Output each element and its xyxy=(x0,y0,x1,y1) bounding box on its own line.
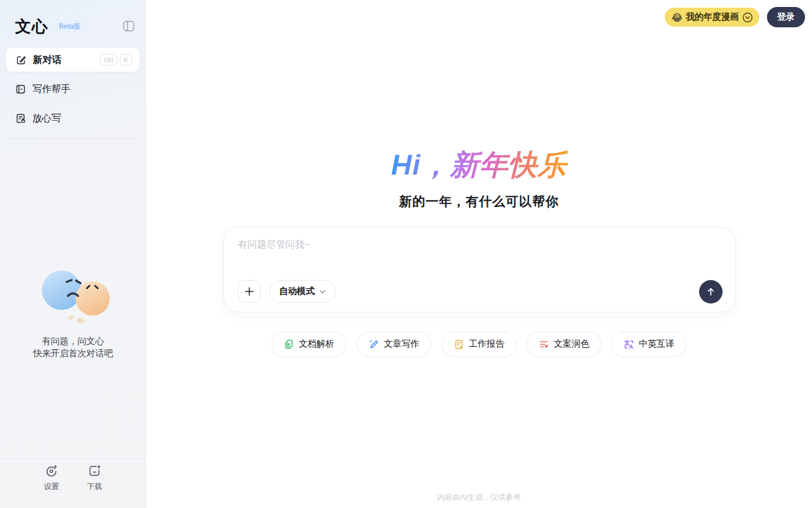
article-write-icon xyxy=(369,339,379,350)
sidebar: 文心 Beta版 新对话 ctrl K 写作帮手 放心写 xyxy=(0,0,146,508)
yearly-comic-button[interactable]: 😂 我的年度漫画 xyxy=(665,8,759,27)
app-logo: 文心 xyxy=(15,16,48,37)
copy-polish-icon xyxy=(539,339,549,350)
translate-icon: 文A xyxy=(624,339,634,350)
composer-tools: 自动模式 xyxy=(238,280,336,303)
settings-button[interactable]: 设置 xyxy=(44,464,59,492)
logo-row: 文心 Beta版 xyxy=(15,17,135,36)
yearly-comic-label: 我的年度漫画 xyxy=(686,11,739,23)
settings-label: 设置 xyxy=(44,481,59,492)
chat-input[interactable] xyxy=(238,239,721,272)
shortcut-keys: ctrl K xyxy=(100,54,132,65)
new-chat-icon xyxy=(16,55,27,65)
download-icon xyxy=(87,464,102,479)
top-actions: 😂 我的年度漫画 登录 xyxy=(665,7,805,27)
empty-state-line1: 有问题，问文心 xyxy=(0,335,146,347)
main-area: 😂 我的年度漫画 登录 Hi，新年快乐 新的一年，有什么可以帮你 自动模式 xyxy=(146,0,812,508)
sidebar-empty-state: 有问题，问文心 快来开启首次对话吧 xyxy=(0,267,146,359)
ai-disclaimer: 内容由AI生成，仅供参考 xyxy=(146,492,812,503)
beta-badge: Beta版 xyxy=(53,20,86,33)
safe-document-icon xyxy=(15,113,26,124)
login-button[interactable]: 登录 xyxy=(767,7,805,27)
download-button[interactable]: 下载 xyxy=(87,464,102,492)
sidebar-item-writing-helper[interactable]: 写作帮手 xyxy=(5,76,140,102)
chip-work-report[interactable]: 工作报告 xyxy=(442,331,516,357)
settings-icon xyxy=(44,464,59,479)
mode-selector[interactable]: 自动模式 xyxy=(270,280,336,303)
kbd-ctrl: ctrl xyxy=(100,54,117,65)
sidebar-footer-divider xyxy=(0,458,145,459)
quick-action-chips: 文档解析 文章写作 工作报告 文案润色 文A 中英互译 xyxy=(146,331,812,357)
chip-document-parse[interactable]: 文档解析 xyxy=(272,331,346,357)
send-button[interactable] xyxy=(699,280,723,304)
chat-composer: 自动模式 xyxy=(223,227,736,312)
work-report-icon xyxy=(454,339,464,350)
chip-translate[interactable]: 文A 中英互译 xyxy=(612,331,686,357)
chevron-down-circle-icon xyxy=(742,12,753,23)
notebook-icon xyxy=(15,84,26,95)
hero-section: Hi，新年快乐 新的一年，有什么可以帮你 xyxy=(146,146,812,210)
chevron-down-icon xyxy=(319,288,326,295)
sidebar-collapse-icon[interactable] xyxy=(122,20,135,32)
new-chat-button[interactable]: 新对话 ctrl K xyxy=(5,47,140,72)
svg-text:A: A xyxy=(629,344,634,350)
document-parse-icon xyxy=(284,339,294,350)
sidebar-item-safe-write[interactable]: 放心写 xyxy=(5,105,140,131)
laughing-emoji-icon: 😂 xyxy=(671,13,683,22)
hero-subtitle: 新的一年，有什么可以帮你 xyxy=(146,193,812,210)
faces-illustration xyxy=(0,267,146,328)
kbd-k: K xyxy=(120,54,132,65)
download-label: 下载 xyxy=(87,481,102,492)
sidebar-footer: 设置 下载 xyxy=(0,464,146,492)
sidebar-item-label: 放心写 xyxy=(32,112,61,124)
sidebar-divider xyxy=(6,138,139,139)
hero-title: Hi，新年快乐 xyxy=(384,146,575,184)
new-chat-label: 新对话 xyxy=(33,54,62,66)
mode-label: 自动模式 xyxy=(279,286,315,297)
sidebar-item-label: 写作帮手 xyxy=(32,83,70,95)
chip-article-writing[interactable]: 文章写作 xyxy=(357,331,431,357)
chip-copy-polish[interactable]: 文案润色 xyxy=(527,331,601,357)
empty-state-line2: 快来开启首次对话吧 xyxy=(0,347,146,359)
attach-button[interactable] xyxy=(238,280,261,303)
